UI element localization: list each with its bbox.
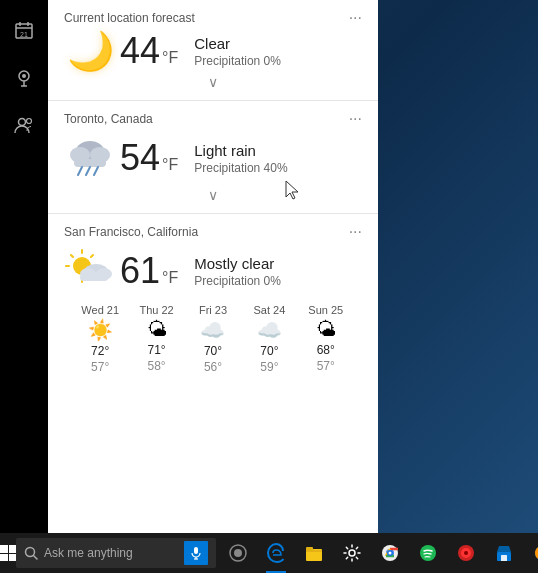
forecast-high-1: 71°	[148, 343, 166, 357]
current-location-label: Current location forecast	[64, 11, 195, 25]
forecast-day-1: Thu 22 🌤 71° 58°	[133, 304, 181, 374]
svg-point-42	[389, 552, 392, 555]
svg-text:21: 21	[20, 31, 28, 38]
taskbar: Ask me anything	[0, 533, 538, 573]
toronto-more-button[interactable]: ···	[349, 111, 362, 127]
svg-line-23	[71, 255, 73, 257]
forecast-day-3: Sat 24 ☁️ 70° 59°	[245, 304, 293, 374]
svg-point-6	[22, 74, 26, 78]
weather-card-current: Current location forecast ··· 🌙 44 °F Cl…	[48, 0, 378, 101]
current-expand-button[interactable]: ∨	[64, 70, 362, 92]
svg-line-16	[86, 167, 90, 175]
weather-card-toronto: Toronto, Canada ···	[48, 101, 378, 214]
forecast-icon-2: ☁️	[200, 318, 225, 342]
toronto-temp: 54	[120, 140, 160, 176]
search-icon	[24, 546, 38, 560]
forecast-high-3: 70°	[260, 344, 278, 358]
forecast-low-4: 57°	[317, 359, 335, 373]
forecast-low-2: 56°	[204, 360, 222, 374]
forecast-high-2: 70°	[204, 344, 222, 358]
edge-button[interactable]	[258, 533, 294, 573]
forecast-high-0: 72°	[91, 344, 109, 358]
svg-rect-48	[501, 555, 507, 561]
taskbar-app-icons: #	[216, 533, 538, 573]
svg-point-10	[27, 119, 32, 124]
toronto-expand-button[interactable]: ∨	[64, 183, 362, 205]
chrome-button[interactable]	[372, 533, 408, 573]
search-placeholder: Ask me anything	[44, 546, 133, 560]
current-condition: Clear	[194, 35, 281, 52]
forecast-label-3: Sat 24	[253, 304, 285, 316]
forecast-high-4: 68°	[317, 343, 335, 357]
sf-forecast-row: Wed 21 ☀️ 72° 57° Thu 22 🌤 71° 58° Fri 2…	[64, 296, 362, 378]
current-more-button[interactable]: ···	[349, 10, 362, 26]
sf-location-label: San Francisco, California	[64, 225, 198, 239]
sf-more-button[interactable]: ···	[349, 224, 362, 240]
forecast-low-1: 58°	[148, 359, 166, 373]
svg-rect-37	[306, 547, 313, 551]
sf-precip: Precipitation 0%	[194, 274, 281, 288]
svg-point-46	[464, 551, 468, 555]
windows-logo-icon	[0, 545, 16, 561]
sidebar: 21	[0, 0, 48, 533]
circle-app-button[interactable]	[448, 533, 484, 573]
start-button[interactable]	[0, 533, 16, 573]
forecast-label-0: Wed 21	[81, 304, 119, 316]
svg-point-38	[349, 550, 355, 556]
toronto-condition: Light rain	[194, 142, 287, 159]
forecast-day-2: Fri 23 ☁️ 70° 56°	[189, 304, 237, 374]
forecast-day-0: Wed 21 ☀️ 72° 57°	[76, 304, 124, 374]
svg-rect-14	[74, 159, 106, 167]
sidebar-item-pin[interactable]	[4, 58, 44, 98]
toronto-precip: Precipitation 40%	[194, 161, 287, 175]
sf-unit: °F	[162, 269, 178, 287]
current-unit: °F	[162, 49, 178, 67]
cursor-indicator	[284, 179, 302, 204]
forecast-icon-1: 🌤	[147, 318, 167, 341]
forecast-icon-0: ☀️	[88, 318, 113, 342]
sidebar-item-calendar[interactable]: 21	[4, 10, 44, 50]
store-button[interactable]	[486, 533, 522, 573]
forecast-label-1: Thu 22	[139, 304, 173, 316]
svg-rect-31	[194, 547, 198, 554]
desktop: 21 Current location forecast	[0, 0, 538, 573]
forecast-low-0: 57°	[91, 360, 109, 374]
forecast-icon-3: ☁️	[257, 318, 282, 342]
svg-line-24	[91, 255, 93, 257]
toronto-location-label: Toronto, Canada	[64, 112, 153, 126]
forecast-low-3: 59°	[260, 360, 278, 374]
svg-line-30	[34, 556, 38, 560]
taskbar-search-bar[interactable]: Ask me anything	[16, 538, 216, 568]
sf-weather-icon	[64, 246, 116, 296]
file-explorer-button[interactable]	[296, 533, 332, 573]
current-precip: Precipitation 0%	[194, 54, 281, 68]
spotify-button[interactable]	[410, 533, 446, 573]
settings-button[interactable]	[334, 533, 370, 573]
forecast-label-4: Sun 25	[308, 304, 343, 316]
current-temp: 44	[120, 33, 160, 69]
toronto-weather-icon	[64, 133, 116, 183]
svg-point-9	[19, 119, 26, 126]
sidebar-item-people[interactable]	[4, 106, 44, 146]
microphone-button[interactable]	[184, 541, 208, 565]
sf-condition: Mostly clear	[194, 255, 281, 272]
current-weather-icon: 🌙	[64, 32, 116, 70]
forecast-label-2: Fri 23	[199, 304, 227, 316]
sf-temp: 61	[120, 253, 160, 289]
weather-panel: Current location forecast ··· 🌙 44 °F Cl…	[48, 0, 378, 533]
firefox-button[interactable]	[524, 533, 538, 573]
svg-line-15	[78, 167, 82, 175]
weather-card-sf: San Francisco, California ···	[48, 214, 378, 386]
svg-rect-28	[80, 274, 108, 281]
forecast-day-4: Sun 25 🌤 68° 57°	[302, 304, 350, 374]
svg-line-17	[94, 167, 98, 175]
svg-point-35	[234, 549, 242, 557]
cortana-button[interactable]	[220, 533, 256, 573]
forecast-icon-4: 🌤	[316, 318, 336, 341]
toronto-unit: °F	[162, 156, 178, 174]
